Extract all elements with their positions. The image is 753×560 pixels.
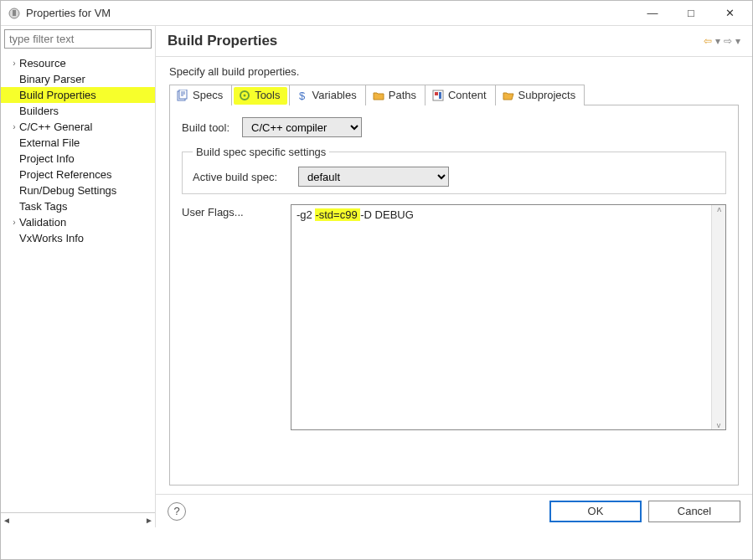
dollar-icon: $ [297, 90, 308, 101]
tree-item-external-file[interactable]: External File [1, 135, 155, 151]
tab-panel: Build tool: C/C++ compiler Build spec sp… [169, 105, 739, 486]
user-flags-label: User Flags... [182, 204, 291, 218]
active-spec-label: Active build spec: [193, 171, 298, 183]
button-bar: ? OK Cancel [156, 494, 752, 527]
maximize-button[interactable]: □ [672, 1, 710, 26]
sidebar-scrollbar[interactable]: ◄ ► [1, 512, 155, 527]
minimize-button[interactable]: — [633, 1, 672, 26]
textarea-scrollbar[interactable]: ʌ v [711, 205, 725, 429]
user-flags-input[interactable]: -g2 -std=c99 -D DEBUG ʌ v [291, 204, 726, 430]
specs-icon [177, 90, 188, 101]
svg-point-5 [244, 94, 246, 96]
gear-icon [239, 90, 250, 101]
back-menu-icon[interactable]: ▾ [715, 35, 720, 47]
svg-rect-9 [439, 92, 441, 99]
folder-icon [373, 90, 384, 101]
content-icon [432, 90, 444, 101]
tab-tools[interactable]: Tools [231, 85, 289, 105]
back-icon[interactable]: ⇦ [704, 35, 712, 47]
tree-item-validation[interactable]: ›Validation [1, 214, 155, 230]
forward-menu-icon[interactable]: ▾ [735, 35, 740, 47]
svg-rect-8 [435, 92, 438, 95]
scroll-down-icon[interactable]: v [717, 421, 721, 429]
tree-item-cpp-general[interactable]: ›C/C++ General [1, 119, 155, 135]
tab-subprojects[interactable]: Subprojects [495, 85, 585, 105]
tab-specs[interactable]: Specs [169, 85, 232, 105]
build-spec-fieldset: Build spec specific settings Active buil… [182, 146, 726, 194]
fieldset-legend: Build spec specific settings [193, 146, 329, 158]
tree-item-builders[interactable]: Builders [1, 103, 155, 119]
tree-item-project-info[interactable]: Project Info [1, 151, 155, 167]
tree-item-binary-parser[interactable]: Binary Parser [1, 71, 155, 87]
forward-icon[interactable]: ⇨ [724, 35, 732, 47]
filter-container [4, 29, 152, 49]
tree-item-build-properties[interactable]: Build Properties [1, 87, 155, 103]
sidebar: ›Resource Binary Parser Build Properties… [1, 26, 156, 527]
chevron-right-icon: › [9, 218, 19, 227]
svg-rect-1 [13, 10, 16, 16]
main-panel: Build Properties ⇦ ▾ ⇨ ▾ Specify all bui… [156, 26, 752, 527]
folder-open-icon [503, 90, 514, 101]
ok-button[interactable]: OK [549, 501, 642, 522]
tree-item-resource[interactable]: ›Resource [1, 55, 155, 71]
page-title: Build Properties [168, 33, 277, 49]
scroll-up-icon[interactable]: ʌ [717, 205, 721, 213]
filter-input[interactable] [4, 29, 152, 49]
active-build-spec-select[interactable]: default [298, 167, 449, 187]
page-subtitle: Specify all build properties. [169, 65, 739, 78]
tab-variables[interactable]: $ Variables [289, 85, 366, 105]
help-button[interactable]: ? [168, 502, 186, 521]
chevron-right-icon: › [9, 122, 19, 131]
scroll-right-icon[interactable]: ► [145, 516, 153, 525]
tree-item-project-references[interactable]: Project References [1, 167, 155, 182]
cancel-button[interactable]: Cancel [648, 501, 740, 522]
tab-paths[interactable]: Paths [365, 85, 425, 105]
tree-item-run-debug-settings[interactable]: Run/Debug Settings [1, 182, 155, 198]
close-button[interactable]: ✕ [710, 1, 749, 26]
tree-item-task-tags[interactable]: Task Tags [1, 198, 155, 214]
scroll-left-icon[interactable]: ◄ [3, 516, 11, 525]
nav-tree: ›Resource Binary Parser Build Properties… [1, 52, 155, 512]
svg-text:$: $ [299, 90, 306, 101]
window-title: Properties for VM [26, 7, 633, 19]
chevron-right-icon: › [9, 59, 19, 68]
page-header: Build Properties ⇦ ▾ ⇨ ▾ [156, 26, 752, 57]
build-tool-select[interactable]: C/C++ compiler [242, 117, 362, 137]
content-area: Specify all build properties. Specs Tool… [156, 57, 752, 494]
title-bar: Properties for VM — □ ✕ [1, 1, 752, 26]
tree-item-vxworks-info[interactable]: VxWorks Info [1, 230, 155, 246]
highlighted-flag: -std=c99 [315, 208, 360, 221]
tab-bar: Specs Tools $ Variables Paths Cont [169, 85, 739, 105]
app-icon [8, 7, 21, 20]
build-tool-label: Build tool: [182, 121, 242, 134]
tab-content[interactable]: Content [425, 85, 496, 105]
